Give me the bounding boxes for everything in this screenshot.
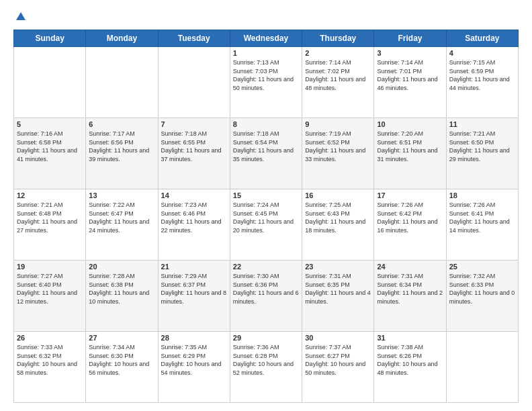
page: Sunday Monday Tuesday Wednesday Thursday… [0,0,532,411]
day-info: Sunrise: 7:25 AM Sunset: 6:43 PM Dayligh… [305,201,371,234]
day-info: Sunrise: 7:14 AM Sunset: 7:01 PM Dayligh… [377,58,443,92]
day-number: 26 [17,334,83,342]
col-thursday: Thursday [302,30,374,47]
day-info: Sunrise: 7:26 AM Sunset: 6:41 PM Dayligh… [449,201,515,234]
day-number: 9 [305,120,371,128]
day-info: Sunrise: 7:23 AM Sunset: 6:46 PM Dayligh… [161,201,227,234]
table-row [14,47,86,118]
day-info: Sunrise: 7:21 AM Sunset: 6:50 PM Dayligh… [449,130,515,163]
day-info: Sunrise: 7:14 AM Sunset: 7:02 PM Dayligh… [305,58,371,92]
table-row: 22Sunrise: 7:30 AM Sunset: 6:36 PM Dayli… [230,261,302,332]
calendar-week-row: 1Sunrise: 7:13 AM Sunset: 7:03 PM Daylig… [14,47,519,118]
table-row [158,47,230,118]
table-row: 8Sunrise: 7:18 AM Sunset: 6:54 PM Daylig… [230,118,302,189]
day-info: Sunrise: 7:19 AM Sunset: 6:52 PM Dayligh… [305,130,371,163]
logo [13,11,27,23]
calendar-week-row: 26Sunrise: 7:33 AM Sunset: 6:32 PM Dayli… [14,332,519,403]
table-row: 31Sunrise: 7:38 AM Sunset: 6:26 PM Dayli… [374,332,446,403]
table-row: 12Sunrise: 7:21 AM Sunset: 6:48 PM Dayli… [14,189,86,261]
table-row: 18Sunrise: 7:26 AM Sunset: 6:41 PM Dayli… [446,189,518,261]
table-row: 28Sunrise: 7:35 AM Sunset: 6:29 PM Dayli… [158,332,230,403]
col-saturday: Saturday [446,30,518,47]
day-number: 2 [305,49,371,57]
table-row: 21Sunrise: 7:29 AM Sunset: 6:37 PM Dayli… [158,261,230,332]
table-row: 10Sunrise: 7:20 AM Sunset: 6:51 PM Dayli… [374,118,446,189]
table-row: 26Sunrise: 7:33 AM Sunset: 6:32 PM Dayli… [14,332,86,403]
calendar-week-row: 5Sunrise: 7:16 AM Sunset: 6:58 PM Daylig… [14,118,519,189]
day-info: Sunrise: 7:13 AM Sunset: 7:03 PM Dayligh… [233,58,299,92]
day-number: 13 [89,191,154,199]
table-row: 17Sunrise: 7:26 AM Sunset: 6:42 PM Dayli… [374,189,446,261]
day-info: Sunrise: 7:38 AM Sunset: 6:26 PM Dayligh… [377,343,443,377]
day-number: 4 [449,49,515,57]
table-row: 11Sunrise: 7:21 AM Sunset: 6:50 PM Dayli… [446,118,518,189]
day-number: 20 [89,263,154,271]
day-number: 16 [305,191,371,199]
table-row: 23Sunrise: 7:31 AM Sunset: 6:35 PM Dayli… [302,261,374,332]
day-info: Sunrise: 7:20 AM Sunset: 6:51 PM Dayligh… [377,130,443,163]
col-monday: Monday [86,30,158,47]
header [13,11,519,23]
table-row: 4Sunrise: 7:15 AM Sunset: 6:59 PM Daylig… [446,47,518,118]
day-info: Sunrise: 7:26 AM Sunset: 6:42 PM Dayligh… [377,201,443,234]
table-row: 6Sunrise: 7:17 AM Sunset: 6:56 PM Daylig… [86,118,158,189]
day-info: Sunrise: 7:24 AM Sunset: 6:45 PM Dayligh… [233,201,299,234]
table-row: 29Sunrise: 7:36 AM Sunset: 6:28 PM Dayli… [230,332,302,403]
day-info: Sunrise: 7:16 AM Sunset: 6:58 PM Dayligh… [17,130,83,163]
table-row: 24Sunrise: 7:31 AM Sunset: 6:34 PM Dayli… [374,261,446,332]
table-row: 20Sunrise: 7:28 AM Sunset: 6:38 PM Dayli… [86,261,158,332]
day-info: Sunrise: 7:15 AM Sunset: 6:59 PM Dayligh… [449,58,515,92]
day-number: 5 [17,120,83,128]
day-info: Sunrise: 7:31 AM Sunset: 6:34 PM Dayligh… [377,272,443,306]
day-number: 10 [377,120,443,128]
day-info: Sunrise: 7:36 AM Sunset: 6:28 PM Dayligh… [233,343,299,377]
table-row: 2Sunrise: 7:14 AM Sunset: 7:02 PM Daylig… [302,47,374,118]
day-number: 18 [449,191,515,199]
day-info: Sunrise: 7:35 AM Sunset: 6:29 PM Dayligh… [161,343,227,377]
day-info: Sunrise: 7:32 AM Sunset: 6:33 PM Dayligh… [449,272,515,306]
day-number: 14 [161,191,227,199]
table-row [446,332,518,403]
day-number: 15 [233,191,299,199]
table-row: 14Sunrise: 7:23 AM Sunset: 6:46 PM Dayli… [158,189,230,261]
calendar-week-row: 19Sunrise: 7:27 AM Sunset: 6:40 PM Dayli… [14,261,519,332]
day-number: 12 [17,191,83,199]
day-number: 29 [233,334,299,342]
day-info: Sunrise: 7:37 AM Sunset: 6:27 PM Dayligh… [305,343,371,377]
day-info: Sunrise: 7:27 AM Sunset: 6:40 PM Dayligh… [17,272,83,306]
day-number: 22 [233,263,299,271]
day-number: 31 [377,334,443,342]
day-number: 1 [233,49,299,57]
table-row: 19Sunrise: 7:27 AM Sunset: 6:40 PM Dayli… [14,261,86,332]
day-info: Sunrise: 7:28 AM Sunset: 6:38 PM Dayligh… [89,272,154,306]
day-number: 6 [89,120,154,128]
logo-icon [15,11,27,23]
day-info: Sunrise: 7:18 AM Sunset: 6:55 PM Dayligh… [161,130,227,163]
table-row: 27Sunrise: 7:34 AM Sunset: 6:30 PM Dayli… [86,332,158,403]
table-row: 7Sunrise: 7:18 AM Sunset: 6:55 PM Daylig… [158,118,230,189]
day-info: Sunrise: 7:21 AM Sunset: 6:48 PM Dayligh… [17,201,83,234]
table-row: 9Sunrise: 7:19 AM Sunset: 6:52 PM Daylig… [302,118,374,189]
col-wednesday: Wednesday [230,30,302,47]
calendar-week-row: 12Sunrise: 7:21 AM Sunset: 6:48 PM Dayli… [14,189,519,261]
day-info: Sunrise: 7:31 AM Sunset: 6:35 PM Dayligh… [305,272,371,306]
day-number: 28 [161,334,227,342]
table-row: 25Sunrise: 7:32 AM Sunset: 6:33 PM Dayli… [446,261,518,332]
day-info: Sunrise: 7:18 AM Sunset: 6:54 PM Dayligh… [233,130,299,163]
day-info: Sunrise: 7:30 AM Sunset: 6:36 PM Dayligh… [233,272,299,306]
day-number: 11 [449,120,515,128]
day-number: 23 [305,263,371,271]
day-number: 19 [17,263,83,271]
day-number: 17 [377,191,443,199]
calendar-table: Sunday Monday Tuesday Wednesday Thursday… [13,30,519,403]
day-number: 21 [161,263,227,271]
day-number: 27 [89,334,154,342]
table-row: 1Sunrise: 7:13 AM Sunset: 7:03 PM Daylig… [230,47,302,118]
table-row: 15Sunrise: 7:24 AM Sunset: 6:45 PM Dayli… [230,189,302,261]
day-number: 30 [305,334,371,342]
day-number: 8 [233,120,299,128]
col-tuesday: Tuesday [158,30,230,47]
day-number: 3 [377,49,443,57]
svg-marker-0 [16,12,26,20]
col-sunday: Sunday [14,30,86,47]
